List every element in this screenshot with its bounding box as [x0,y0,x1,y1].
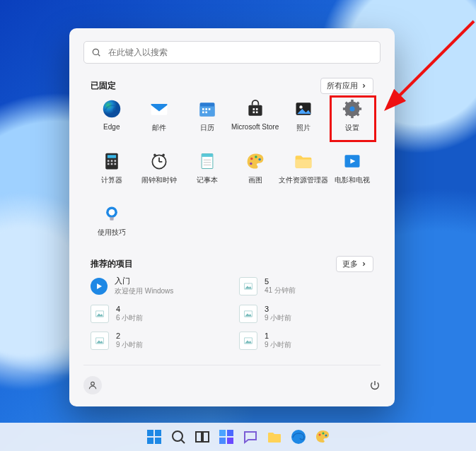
calendar-icon [197,99,217,119]
app-explorer[interactable]: 文件资源管理器 [279,151,328,194]
app-calendar[interactable]: 日历 [183,99,231,141]
svg-marker-62 [245,313,251,316]
svg-rect-76 [203,432,209,442]
svg-rect-31 [110,160,112,162]
user-button[interactable] [83,376,102,394]
svg-rect-70 [155,430,161,436]
recommended-item[interactable]: 541 分钟前 [239,276,373,296]
taskbar-paint-button[interactable] [314,428,331,445]
image-thumb-icon [91,332,109,350]
svg-marker-56 [97,283,102,288]
svg-point-0 [93,49,98,54]
svg-point-40 [163,154,166,157]
taskbar-edge-button[interactable] [290,428,307,445]
svg-rect-42 [202,154,213,157]
svg-rect-50 [296,159,312,168]
photos-icon [294,99,313,119]
recommended-item[interactable]: 39 小时前 [239,305,373,323]
taskbar-explorer-button[interactable] [266,428,283,445]
app-clock[interactable]: 闹钟和时钟 [136,151,184,194]
app-movies[interactable]: 电影和电视 [328,151,376,194]
app-notepad[interactable]: 记事本 [183,151,231,194]
svg-rect-7 [205,108,207,110]
all-apps-button[interactable]: 所有应用 [320,78,373,94]
app-calculator[interactable]: 计算器 [88,151,136,194]
taskbar-widgets-button[interactable] [218,428,235,445]
svg-rect-77 [219,430,226,436]
svg-point-49 [250,163,252,165]
paint-icon [245,151,265,171]
svg-point-19 [350,107,355,112]
gear-icon [342,99,362,119]
svg-rect-22 [343,107,347,110]
tips-icon [91,278,108,295]
taskbar [0,423,476,451]
chevron-right-icon [361,261,367,267]
start-footer [83,365,381,398]
svg-rect-79 [219,438,226,444]
taskbar-taskview-button[interactable] [194,428,211,445]
svg-point-39 [154,154,157,157]
search-input[interactable] [107,47,373,58]
svg-point-47 [255,156,257,158]
calculator-icon [102,151,122,171]
svg-rect-8 [209,108,211,110]
svg-rect-69 [147,430,153,436]
folder-icon [294,151,313,171]
svg-marker-58 [245,286,251,288]
svg-rect-71 [147,438,153,444]
clock-icon [149,151,169,171]
taskbar-start-button[interactable] [146,428,163,445]
app-paint[interactable]: 画图 [231,151,279,194]
app-settings[interactable]: 设置 [328,99,376,141]
taskbar-chat-button[interactable] [242,428,259,445]
svg-rect-11 [248,105,262,116]
svg-rect-29 [108,155,116,158]
recommended-item[interactable]: 46 小时前 [91,305,225,323]
app-mail[interactable]: 邮件 [136,99,184,141]
user-icon [88,380,98,390]
app-edge[interactable]: Edge [88,99,136,141]
svg-rect-34 [110,163,112,165]
app-tips[interactable]: 使用技巧 [88,204,136,246]
app-photos[interactable]: 照片 [279,99,328,141]
svg-rect-35 [114,163,116,165]
svg-rect-13 [255,108,257,110]
taskbar-search-button[interactable] [170,428,187,445]
svg-line-1 [98,54,100,57]
svg-rect-14 [252,112,255,114]
svg-rect-32 [114,160,116,162]
svg-point-17 [300,105,303,108]
svg-marker-64 [96,340,103,343]
more-button[interactable]: 更多 [336,256,373,272]
image-thumb-icon [91,305,109,323]
svg-point-54 [108,209,115,216]
power-button[interactable] [369,380,381,391]
store-icon [245,99,265,119]
svg-rect-33 [108,163,110,165]
app-store[interactable]: Microsoft Store [231,99,279,141]
pinned-grid: Edge 邮件 日历 Microsoft Store 照片 [88,99,376,246]
recommended-item[interactable]: 19 小时前 [239,332,373,350]
chevron-right-icon [361,83,367,89]
svg-rect-12 [252,108,255,110]
svg-line-74 [181,440,185,444]
mail-icon [149,99,169,119]
svg-rect-72 [155,438,161,444]
svg-point-46 [250,158,253,160]
recommended-item[interactable]: 入门欢迎使用 Windows [91,276,225,296]
svg-rect-9 [202,112,204,114]
pinned-title: 已固定 [91,80,116,92]
movies-icon [342,151,362,171]
svg-rect-75 [196,432,202,442]
svg-rect-20 [351,100,354,103]
recommended-item[interactable]: 29 小时前 [91,332,225,350]
more-label: 更多 [342,259,358,269]
search-icon [91,47,101,57]
svg-point-82 [318,434,320,436]
image-thumb-icon [239,305,257,323]
svg-point-67 [91,382,95,385]
image-thumb-icon [239,332,257,350]
search-box[interactable] [83,41,381,64]
edge-icon [102,99,122,119]
